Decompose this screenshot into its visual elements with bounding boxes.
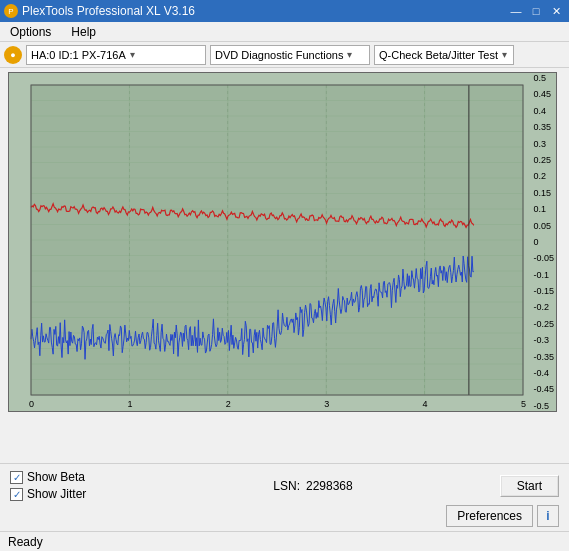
minimize-button[interactable]: — bbox=[507, 3, 525, 19]
main-content: Options Help ● HA:0 ID:1 PX-716A DVD Dia… bbox=[0, 22, 569, 551]
maximize-button[interactable]: □ bbox=[527, 3, 545, 19]
show-beta-checkbox-box[interactable]: ✓ bbox=[10, 471, 23, 484]
show-jitter-label: Show Jitter bbox=[27, 487, 86, 501]
lsn-value: 2298368 bbox=[306, 479, 353, 493]
bottom-row1: ✓ Show Beta ✓ Show Jitter LSN: 2298368 S… bbox=[10, 470, 559, 501]
menu-bar: Options Help bbox=[0, 22, 569, 42]
status-text: Ready bbox=[8, 535, 43, 549]
info-button[interactable]: i bbox=[537, 505, 559, 527]
toolbar-device-icon: ● bbox=[4, 46, 22, 64]
close-button[interactable]: ✕ bbox=[547, 3, 565, 19]
bottom-row2: Preferences i bbox=[10, 505, 559, 527]
start-button[interactable]: Start bbox=[500, 475, 559, 497]
chart-container: High Low 0.5 0.45 0.4 0.35 0.3 0.25 0.2 … bbox=[8, 72, 557, 412]
show-beta-label: Show Beta bbox=[27, 470, 85, 484]
title-bar-left: P PlexTools Professional XL V3.16 bbox=[4, 4, 195, 18]
window-title: PlexTools Professional XL V3.16 bbox=[22, 4, 195, 18]
app-icon: P bbox=[4, 4, 18, 18]
show-jitter-checkbox[interactable]: ✓ Show Jitter bbox=[10, 487, 86, 501]
title-bar: P PlexTools Professional XL V3.16 — □ ✕ bbox=[0, 0, 569, 22]
test-dropdown[interactable]: Q-Check Beta/Jitter Test bbox=[374, 45, 514, 65]
title-controls: — □ ✕ bbox=[507, 3, 565, 19]
status-bar: Ready bbox=[0, 531, 569, 551]
lsn-area: LSN: 2298368 bbox=[273, 479, 352, 493]
show-jitter-checkbox-box[interactable]: ✓ bbox=[10, 488, 23, 501]
device-dropdown[interactable]: HA:0 ID:1 PX-716A bbox=[26, 45, 206, 65]
checkboxes-area: ✓ Show Beta ✓ Show Jitter bbox=[10, 470, 86, 501]
toolbar: ● HA:0 ID:1 PX-716A DVD Diagnostic Funct… bbox=[0, 42, 569, 68]
function-dropdown[interactable]: DVD Diagnostic Functions bbox=[210, 45, 370, 65]
chart-wrapper: High Low 0.5 0.45 0.4 0.35 0.3 0.25 0.2 … bbox=[0, 68, 569, 463]
menu-help[interactable]: Help bbox=[65, 23, 102, 41]
lsn-label: LSN: bbox=[273, 479, 300, 493]
bottom-panel: ✓ Show Beta ✓ Show Jitter LSN: 2298368 S… bbox=[0, 463, 569, 531]
chart-canvas bbox=[9, 73, 557, 412]
show-beta-checkbox[interactable]: ✓ Show Beta bbox=[10, 470, 86, 484]
menu-options[interactable]: Options bbox=[4, 23, 57, 41]
preferences-button[interactable]: Preferences bbox=[446, 505, 533, 527]
